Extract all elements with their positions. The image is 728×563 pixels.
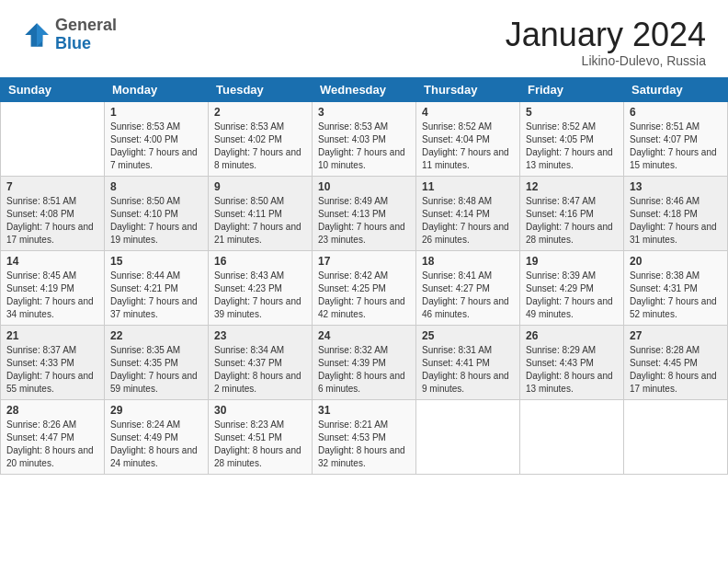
calendar-cell	[624, 399, 728, 474]
location: Likino-Dulevo, Russia	[506, 53, 706, 68]
logo-text: General Blue	[55, 17, 117, 53]
month-title: January 2024	[506, 17, 706, 53]
calendar-cell: 25Sunrise: 8:31 AMSunset: 4:41 PMDayligh…	[416, 325, 520, 399]
calendar-cell: 4Sunrise: 8:52 AMSunset: 4:04 PMDaylight…	[416, 101, 520, 176]
day-info: Sunrise: 8:39 AMSunset: 4:29 PMDaylight:…	[526, 270, 618, 321]
calendar-week-row: 1Sunrise: 8:53 AMSunset: 4:00 PMDaylight…	[1, 101, 728, 176]
calendar-cell: 23Sunrise: 8:34 AMSunset: 4:37 PMDayligh…	[209, 325, 313, 399]
calendar-cell: 7Sunrise: 8:51 AMSunset: 4:08 PMDaylight…	[1, 176, 105, 250]
day-number: 27	[630, 329, 722, 342]
day-number: 24	[318, 329, 410, 342]
day-number: 29	[110, 404, 202, 417]
day-info: Sunrise: 8:44 AMSunset: 4:21 PMDaylight:…	[110, 270, 202, 321]
calendar-cell: 29Sunrise: 8:24 AMSunset: 4:49 PMDayligh…	[105, 399, 209, 474]
day-number: 17	[318, 255, 410, 268]
calendar-day-header: Wednesday	[313, 77, 416, 101]
calendar-cell: 9Sunrise: 8:50 AMSunset: 4:11 PMDaylight…	[209, 176, 313, 250]
calendar-cell: 8Sunrise: 8:50 AMSunset: 4:10 PMDaylight…	[105, 176, 209, 250]
day-number: 1	[110, 106, 202, 119]
calendar-cell: 17Sunrise: 8:42 AMSunset: 4:25 PMDayligh…	[313, 250, 416, 325]
calendar-cell	[520, 399, 624, 474]
calendar-cell: 12Sunrise: 8:47 AMSunset: 4:16 PMDayligh…	[520, 176, 624, 250]
day-info: Sunrise: 8:50 AMSunset: 4:10 PMDaylight:…	[110, 195, 202, 247]
calendar-cell: 3Sunrise: 8:53 AMSunset: 4:03 PMDaylight…	[313, 101, 416, 176]
calendar-cell: 16Sunrise: 8:43 AMSunset: 4:23 PMDayligh…	[209, 250, 313, 325]
day-number: 2	[214, 106, 306, 119]
day-info: Sunrise: 8:37 AMSunset: 4:33 PMDaylight:…	[6, 344, 98, 396]
calendar-cell: 31Sunrise: 8:21 AMSunset: 4:53 PMDayligh…	[313, 399, 416, 474]
day-info: Sunrise: 8:42 AMSunset: 4:25 PMDaylight:…	[318, 270, 410, 321]
day-info: Sunrise: 8:21 AMSunset: 4:53 PMDaylight:…	[318, 419, 410, 470]
title-area: January 2024 Likino-Dulevo, Russia	[506, 17, 706, 68]
day-number: 20	[630, 255, 722, 268]
day-info: Sunrise: 8:52 AMSunset: 4:05 PMDaylight:…	[526, 121, 618, 172]
calendar-day-header: Saturday	[624, 77, 728, 101]
calendar-cell: 20Sunrise: 8:38 AMSunset: 4:31 PMDayligh…	[624, 250, 728, 325]
day-number: 14	[6, 255, 98, 268]
page: General Blue January 2024 Likino-Dulevo,…	[0, 0, 728, 563]
calendar-cell: 22Sunrise: 8:35 AMSunset: 4:35 PMDayligh…	[105, 325, 209, 399]
calendar-cell: 14Sunrise: 8:45 AMSunset: 4:19 PMDayligh…	[1, 250, 105, 325]
calendar-cell: 21Sunrise: 8:37 AMSunset: 4:33 PMDayligh…	[1, 325, 105, 399]
calendar-cell: 19Sunrise: 8:39 AMSunset: 4:29 PMDayligh…	[520, 250, 624, 325]
day-info: Sunrise: 8:24 AMSunset: 4:49 PMDaylight:…	[110, 419, 202, 470]
day-number: 10	[318, 180, 410, 193]
day-info: Sunrise: 8:26 AMSunset: 4:47 PMDaylight:…	[6, 419, 98, 470]
day-number: 28	[6, 404, 98, 417]
day-number: 7	[6, 180, 98, 193]
day-number: 12	[526, 180, 618, 193]
day-number: 23	[214, 329, 306, 342]
day-number: 30	[214, 404, 306, 417]
day-number: 5	[526, 106, 618, 119]
day-number: 11	[422, 180, 514, 193]
day-info: Sunrise: 8:53 AMSunset: 4:02 PMDaylight:…	[214, 121, 306, 172]
calendar-week-row: 14Sunrise: 8:45 AMSunset: 4:19 PMDayligh…	[1, 250, 728, 325]
day-info: Sunrise: 8:51 AMSunset: 4:08 PMDaylight:…	[6, 195, 98, 247]
day-info: Sunrise: 8:53 AMSunset: 4:03 PMDaylight:…	[318, 121, 410, 172]
calendar-cell: 6Sunrise: 8:51 AMSunset: 4:07 PMDaylight…	[624, 101, 728, 176]
logo-blue: Blue	[55, 35, 117, 53]
day-info: Sunrise: 8:28 AMSunset: 4:45 PMDaylight:…	[630, 344, 722, 396]
calendar-cell: 11Sunrise: 8:48 AMSunset: 4:14 PMDayligh…	[416, 176, 520, 250]
day-info: Sunrise: 8:34 AMSunset: 4:37 PMDaylight:…	[214, 344, 306, 396]
calendar-cell	[1, 101, 105, 176]
day-info: Sunrise: 8:43 AMSunset: 4:23 PMDaylight:…	[214, 270, 306, 321]
day-number: 9	[214, 180, 306, 193]
calendar-day-header: Thursday	[416, 77, 520, 101]
day-info: Sunrise: 8:23 AMSunset: 4:51 PMDaylight:…	[214, 419, 306, 470]
day-number: 13	[630, 180, 722, 193]
day-number: 19	[526, 255, 618, 268]
svg-marker-1	[37, 23, 49, 47]
calendar-day-header: Monday	[105, 77, 209, 101]
logo: General Blue	[22, 17, 117, 53]
day-number: 8	[110, 180, 202, 193]
calendar-header-row: SundayMondayTuesdayWednesdayThursdayFrid…	[1, 77, 728, 101]
day-info: Sunrise: 8:32 AMSunset: 4:39 PMDaylight:…	[318, 344, 410, 396]
day-info: Sunrise: 8:46 AMSunset: 4:18 PMDaylight:…	[630, 195, 722, 247]
day-info: Sunrise: 8:49 AMSunset: 4:13 PMDaylight:…	[318, 195, 410, 247]
day-number: 21	[6, 329, 98, 342]
day-info: Sunrise: 8:45 AMSunset: 4:19 PMDaylight:…	[6, 270, 98, 321]
day-info: Sunrise: 8:41 AMSunset: 4:27 PMDaylight:…	[422, 270, 514, 321]
day-info: Sunrise: 8:53 AMSunset: 4:00 PMDaylight:…	[110, 121, 202, 172]
calendar-day-header: Tuesday	[209, 77, 313, 101]
calendar-day-header: Sunday	[1, 77, 105, 101]
calendar-week-row: 28Sunrise: 8:26 AMSunset: 4:47 PMDayligh…	[1, 399, 728, 474]
day-number: 25	[422, 329, 514, 342]
logo-icon	[22, 20, 51, 50]
calendar-cell: 24Sunrise: 8:32 AMSunset: 4:39 PMDayligh…	[313, 325, 416, 399]
calendar-week-row: 21Sunrise: 8:37 AMSunset: 4:33 PMDayligh…	[1, 325, 728, 399]
day-number: 22	[110, 329, 202, 342]
day-info: Sunrise: 8:51 AMSunset: 4:07 PMDaylight:…	[630, 121, 722, 172]
day-number: 31	[318, 404, 410, 417]
day-number: 16	[214, 255, 306, 268]
calendar-week-row: 7Sunrise: 8:51 AMSunset: 4:08 PMDaylight…	[1, 176, 728, 250]
day-info: Sunrise: 8:38 AMSunset: 4:31 PMDaylight:…	[630, 270, 722, 321]
calendar-cell: 30Sunrise: 8:23 AMSunset: 4:51 PMDayligh…	[209, 399, 313, 474]
calendar-cell: 2Sunrise: 8:53 AMSunset: 4:02 PMDaylight…	[209, 101, 313, 176]
header: General Blue January 2024 Likino-Dulevo,…	[0, 0, 728, 77]
day-info: Sunrise: 8:35 AMSunset: 4:35 PMDaylight:…	[110, 344, 202, 396]
day-number: 3	[318, 106, 410, 119]
day-number: 26	[526, 329, 618, 342]
day-info: Sunrise: 8:29 AMSunset: 4:43 PMDaylight:…	[526, 344, 618, 396]
